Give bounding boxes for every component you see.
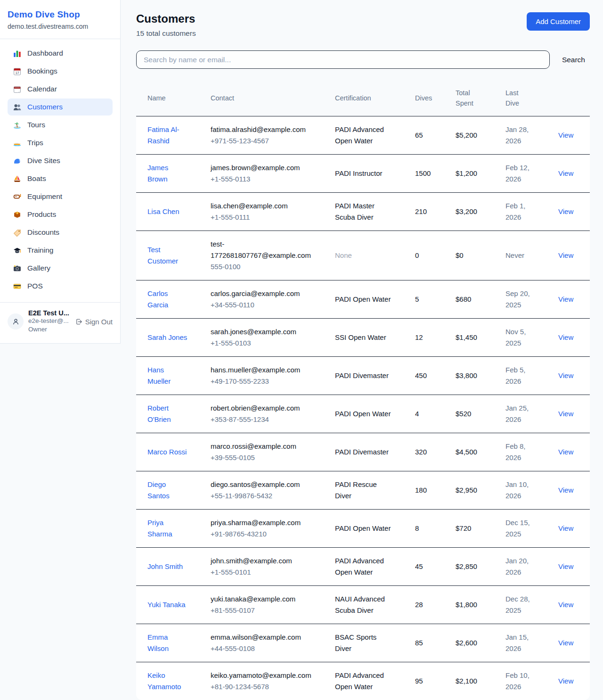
customer-last-dive: Jan 25, 2026	[505, 403, 536, 425]
customer-email: robert.obrien@example.com	[211, 403, 314, 414]
sidebar-item-equipment[interactable]: Equipment	[8, 188, 113, 205]
table-row: Diego Santos diego.santos@example.com+55…	[136, 471, 590, 509]
sidebar-item-pos[interactable]: POS	[8, 278, 113, 295]
sidebar-item-dive-sites[interactable]: Dive Sites	[8, 152, 113, 169]
customer-email: test-1772681807767@example.com	[211, 239, 314, 261]
customer-name-link[interactable]: Sarah Jones	[147, 332, 187, 343]
customer-name-link[interactable]: Priya Sharma	[147, 517, 189, 540]
search-input[interactable]	[136, 50, 550, 69]
sidebar-item-label: Dashboard	[27, 49, 63, 58]
sidebar-item-boats[interactable]: Boats	[8, 170, 113, 187]
customer-last-dive: Jan 20, 2026	[505, 555, 536, 578]
wave-icon	[13, 157, 21, 165]
sidebar-item-discounts[interactable]: Discounts	[8, 224, 113, 241]
graduation-cap-icon	[13, 247, 21, 255]
view-link[interactable]: View	[558, 371, 573, 379]
customer-phone: +49-170-555-2233	[211, 376, 314, 387]
view-link[interactable]: View	[558, 524, 573, 532]
customer-phone: +1-555-0103	[211, 338, 314, 349]
customer-phone: +81-555-0107	[211, 605, 314, 616]
customer-email: yuki.tanaka@example.com	[211, 593, 314, 605]
sidebar-item-gallery[interactable]: Gallery	[8, 260, 113, 277]
customer-last-dive: Never	[505, 250, 536, 261]
sign-out-button[interactable]: Sign Out	[75, 318, 113, 326]
customer-name-link[interactable]: John Smith	[147, 561, 183, 572]
view-link[interactable]: View	[558, 486, 573, 494]
user-role: Owner	[28, 325, 71, 334]
sidebar-item-dashboard[interactable]: Dashboard	[8, 45, 113, 62]
add-customer-button[interactable]: Add Customer	[527, 12, 590, 31]
sidebar-item-trips[interactable]: Trips	[8, 134, 113, 151]
customer-name-link[interactable]: Emma Wilson	[147, 632, 189, 654]
column-header-total-spent: Total Spent	[450, 81, 500, 116]
view-link[interactable]: View	[558, 677, 573, 685]
view-link[interactable]: View	[558, 601, 573, 609]
sidebar-item-tours[interactable]: Tours	[8, 116, 113, 133]
view-link[interactable]: View	[558, 448, 573, 456]
table-row: Yuki Tanaka yuki.tanaka@example.com+81-5…	[136, 585, 590, 624]
customer-name-link[interactable]: Lisa Chen	[147, 206, 179, 217]
customer-phone: +81-90-1234-5678	[211, 681, 314, 692]
view-link[interactable]: View	[558, 562, 573, 570]
sidebar-item-bookings[interactable]: 17 Bookings	[8, 63, 113, 80]
sidebar-nav: Dashboard 17 Bookings Calendar Customers…	[0, 39, 120, 302]
view-link[interactable]: View	[558, 333, 573, 341]
customer-name-link[interactable]: Keiko Yamamoto	[147, 670, 189, 692]
customer-name-link[interactable]: Test Customer	[147, 244, 189, 267]
sidebar-item-training[interactable]: Training	[8, 242, 113, 259]
view-link[interactable]: View	[558, 295, 573, 303]
search-bar: Search	[136, 50, 590, 69]
view-link[interactable]: View	[558, 639, 573, 647]
customer-certification: PADI Divemaster	[335, 446, 393, 458]
avatar	[8, 313, 24, 329]
customer-total-spent: $520	[450, 395, 500, 433]
customer-email: diego.santos@example.com	[211, 479, 314, 490]
customer-certification: PADI Instructor	[335, 168, 393, 179]
sidebar-item-label: Discounts	[27, 228, 59, 237]
view-link[interactable]: View	[558, 131, 573, 139]
customer-name-link[interactable]: James Brown	[147, 162, 189, 185]
view-link[interactable]: View	[558, 207, 573, 215]
customer-last-dive: Feb 8, 2026	[505, 441, 536, 463]
customer-phone: +44-555-0108	[211, 643, 314, 654]
customer-last-dive: Sep 20, 2025	[505, 288, 536, 311]
app: Demo Dive Shop demo.test.divestreams.com…	[0, 0, 603, 700]
sidebar-item-calendar[interactable]: Calendar	[8, 81, 113, 98]
sidebar-item-label: Training	[27, 246, 53, 255]
customer-name-link[interactable]: Robert O'Brien	[147, 403, 189, 425]
svg-text:17: 17	[16, 71, 19, 74]
view-link[interactable]: View	[558, 251, 573, 259]
table-row: Fatima Al-Rashid fatima.alrashid@example…	[136, 116, 590, 154]
customer-dives: 95	[409, 662, 450, 700]
sidebar-item-customers[interactable]: Customers	[8, 99, 113, 115]
customer-certification: PADI Advanced Open Water	[335, 670, 393, 692]
customer-name-link[interactable]: Yuki Tanaka	[147, 599, 186, 610]
view-link[interactable]: View	[558, 410, 573, 418]
sidebar-item-label: Dive Sites	[27, 156, 60, 165]
customer-name-link[interactable]: Diego Santos	[147, 479, 189, 502]
customer-email: hans.mueller@example.com	[211, 364, 314, 376]
table-row: Marco Rossi marco.rossi@example.com+39-5…	[136, 433, 590, 471]
customer-name-link[interactable]: Fatima Al-Rashid	[147, 124, 189, 147]
search-button[interactable]: Search	[550, 56, 590, 64]
customer-email: sarah.jones@example.com	[211, 326, 314, 338]
customer-total-spent: $1,450	[450, 318, 500, 356]
sidebar-item-products[interactable]: Products	[8, 206, 113, 223]
table-row: Carlos Garcia carlos.garcia@example.com+…	[136, 280, 590, 318]
customer-last-dive: Jan 28, 2026	[505, 124, 536, 147]
customer-dives: 45	[409, 547, 450, 585]
page-title: Customers	[136, 12, 196, 25]
customer-name-link[interactable]: Marco Rossi	[147, 446, 187, 458]
customer-name-link[interactable]: Carlos Garcia	[147, 288, 189, 311]
customer-name-link[interactable]: Hans Mueller	[147, 364, 189, 387]
customer-email: fatima.alrashid@example.com	[211, 124, 314, 135]
customer-email: priya.sharma@example.com	[211, 517, 314, 528]
customer-phone: +39-555-0105	[211, 452, 314, 463]
customer-dives: 320	[409, 433, 450, 471]
view-link[interactable]: View	[558, 169, 573, 177]
user-info: E2E Test U... e2e-tester@... Owner	[28, 309, 71, 334]
customer-certification: SSI Open Water	[335, 332, 393, 343]
customer-last-dive: Jan 15, 2026	[505, 632, 536, 654]
customer-certification: PADI Open Water	[335, 408, 393, 420]
table-row: Test Customer test-1772681807767@example…	[136, 231, 590, 280]
